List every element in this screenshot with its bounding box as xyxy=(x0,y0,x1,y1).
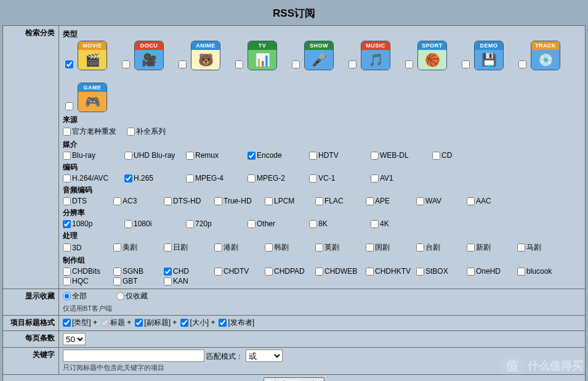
radio-fav-all-wrap[interactable]: 全部 xyxy=(63,291,112,301)
filter-checkbox[interactable] xyxy=(265,268,273,276)
filter-item[interactable]: AAC xyxy=(467,197,515,205)
radio-fav-only[interactable] xyxy=(116,292,124,300)
category-show[interactable]: SHOW🎤 xyxy=(289,41,334,70)
category-icon[interactable]: SHOW🎤 xyxy=(304,41,334,70)
category-icon[interactable]: MOVIE🎬 xyxy=(78,41,107,70)
filter-checkbox[interactable] xyxy=(164,268,172,276)
filter-item[interactable]: GBT xyxy=(113,277,161,285)
filter-item[interactable]: KAN xyxy=(164,277,212,285)
filter-item[interactable]: HDTV xyxy=(309,151,368,160)
category-checkbox[interactable] xyxy=(235,60,243,68)
category-checkbox[interactable] xyxy=(518,60,526,68)
filter-checkbox[interactable] xyxy=(416,244,424,252)
title-format-checkbox[interactable] xyxy=(135,319,143,327)
filter-item[interactable]: 3D xyxy=(63,242,111,253)
filter-checkbox[interactable] xyxy=(315,197,323,205)
filter-item[interactable]: 日剧 xyxy=(164,242,212,253)
filter-checkbox[interactable] xyxy=(63,244,71,252)
filter-item[interactable]: DTS-HD xyxy=(164,197,212,205)
category-icon[interactable]: DEMO💾 xyxy=(474,41,504,70)
per-page-select[interactable]: 50 xyxy=(63,333,86,345)
filter-checkbox[interactable] xyxy=(265,244,273,252)
filter-item[interactable]: MPEG-2 xyxy=(248,174,307,182)
filter-checkbox[interactable] xyxy=(309,152,317,160)
filter-checkbox[interactable] xyxy=(124,220,132,228)
category-icon[interactable]: GAME🎮 xyxy=(78,83,107,112)
filter-item[interactable]: FLAC xyxy=(315,197,363,205)
category-checkbox[interactable] xyxy=(65,60,73,68)
filter-item[interactable]: UHD Blu-ray xyxy=(124,151,183,160)
filter-checkbox[interactable] xyxy=(517,268,525,276)
generate-rss-button[interactable]: 生成RSS链接 xyxy=(264,377,324,381)
filter-checkbox[interactable] xyxy=(113,268,121,276)
category-docu[interactable]: DOCU🎥 xyxy=(119,41,164,70)
filter-checkbox[interactable] xyxy=(63,174,71,182)
filter-item[interactable]: VC-1 xyxy=(309,174,368,182)
filter-item[interactable]: Blu-ray xyxy=(63,151,122,160)
title-format-item[interactable]: 标题 + xyxy=(101,318,131,328)
filter-checkbox[interactable] xyxy=(371,174,379,182)
filter-checkbox[interactable] xyxy=(315,244,323,252)
filter-checkbox[interactable] xyxy=(186,174,194,182)
filter-item[interactable]: True-HD xyxy=(214,197,262,205)
filter-checkbox[interactable] xyxy=(186,220,194,228)
filter-checkbox[interactable] xyxy=(366,244,374,252)
category-checkbox[interactable] xyxy=(405,60,413,68)
filter-item[interactable]: 马剧 xyxy=(517,242,565,253)
category-movie[interactable]: MOVIE🎬 xyxy=(63,41,107,70)
filter-checkbox[interactable] xyxy=(248,220,256,228)
filter-checkbox[interactable] xyxy=(309,220,317,228)
filter-checkbox[interactable] xyxy=(467,197,475,205)
filter-checkbox[interactable] xyxy=(124,152,132,160)
filter-item[interactable]: CHDHKTV xyxy=(366,267,414,276)
filter-checkbox[interactable] xyxy=(214,197,222,205)
radio-fav-only-wrap[interactable]: 仅收藏 xyxy=(116,291,166,301)
filter-checkbox[interactable] xyxy=(315,268,323,276)
filter-item[interactable]: Remux xyxy=(186,151,245,160)
filter-checkbox[interactable] xyxy=(164,277,172,285)
category-checkbox[interactable] xyxy=(122,60,130,68)
filter-checkbox[interactable] xyxy=(371,220,379,228)
filter-item[interactable]: MPEG-4 xyxy=(186,174,245,182)
filter-item[interactable]: 英剧 xyxy=(315,242,363,253)
filter-checkbox[interactable] xyxy=(248,152,256,160)
filter-item[interactable]: CHDWEB xyxy=(315,267,363,276)
filter-checkbox[interactable] xyxy=(416,197,424,205)
filter-item[interactable]: OneHD xyxy=(467,267,515,276)
filter-item[interactable]: 新剧 xyxy=(467,242,515,253)
filter-item[interactable]: 补全系列 xyxy=(127,126,188,137)
filter-item[interactable]: 4K xyxy=(371,219,430,228)
filter-item[interactable]: SGNB xyxy=(113,267,161,276)
title-format-item[interactable]: [大小] + xyxy=(180,318,215,328)
radio-fav-all[interactable] xyxy=(63,292,71,300)
title-format-item[interactable]: [类型] + xyxy=(63,318,97,328)
filter-checkbox[interactable] xyxy=(63,152,71,160)
filter-checkbox[interactable] xyxy=(63,268,71,276)
filter-item[interactable]: 台剧 xyxy=(416,242,464,253)
filter-checkbox[interactable] xyxy=(265,197,273,205)
category-anime[interactable]: ANIME🐻 xyxy=(176,41,220,70)
filter-checkbox[interactable] xyxy=(432,152,440,160)
title-format-checkbox[interactable] xyxy=(219,319,227,327)
title-format-checkbox[interactable] xyxy=(63,319,71,327)
filter-item[interactable]: 720p xyxy=(186,219,245,228)
category-checkbox[interactable] xyxy=(65,102,73,110)
filter-item[interactable]: blucook xyxy=(517,267,565,276)
title-format-item[interactable]: [发布者] xyxy=(219,318,254,328)
filter-item[interactable]: WAV xyxy=(416,197,464,205)
filter-checkbox[interactable] xyxy=(127,128,135,136)
filter-checkbox[interactable] xyxy=(113,244,121,252)
category-icon[interactable]: TV📊 xyxy=(248,41,277,70)
filter-item[interactable]: AC3 xyxy=(113,197,161,205)
category-game[interactable]: GAME🎮 xyxy=(63,83,107,112)
filter-checkbox[interactable] xyxy=(517,244,525,252)
filter-item[interactable]: H.264/AVC xyxy=(63,174,122,182)
filter-item[interactable]: 港剧 xyxy=(214,242,262,253)
filter-checkbox[interactable] xyxy=(113,277,121,285)
title-format-checkbox[interactable] xyxy=(180,319,188,327)
filter-checkbox[interactable] xyxy=(164,244,172,252)
filter-checkbox[interactable] xyxy=(366,268,374,276)
filter-item[interactable]: CHDTV xyxy=(214,267,262,276)
category-icon[interactable]: SPORT🏀 xyxy=(417,41,447,70)
filter-item[interactable]: 8K xyxy=(309,219,368,228)
